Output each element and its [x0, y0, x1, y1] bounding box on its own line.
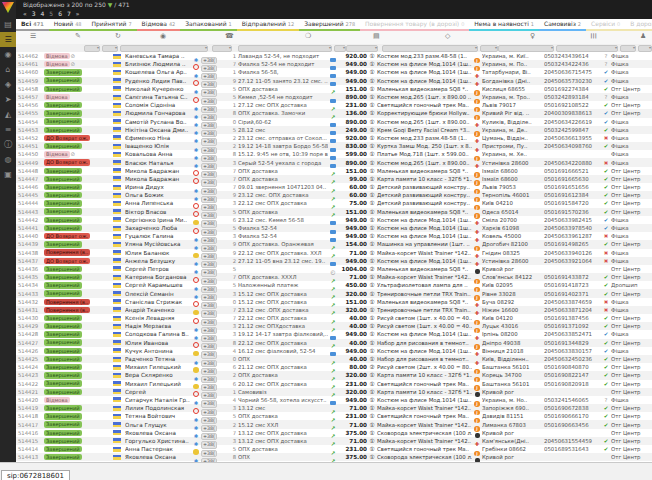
tab-Відмова[interactable]: Відмова 42	[137, 19, 181, 31]
tab-Відправлений[interactable]: Відправлений 12	[237, 19, 299, 31]
status-badge[interactable]: Завершений	[44, 438, 82, 444]
status-info-icon[interactable]: ⊘	[71, 151, 76, 157]
status-badge[interactable]: Завершений	[44, 143, 82, 149]
clients-people-icon[interactable]: ◉	[160, 32, 166, 40]
settings-sliders-icon[interactable]: ≡	[0, 122, 16, 137]
filter-dropdown-12[interactable]: ▾	[638, 45, 652, 52]
basket-icon[interactable]: ◇	[445, 32, 450, 40]
filter-dropdown-6[interactable]: ▾	[346, 45, 378, 52]
info-icon[interactable]: ⓘ	[0, 137, 16, 152]
app-logo-icon[interactable]	[2, 2, 14, 13]
filter-dropdown-10[interactable]: ▾	[556, 45, 618, 52]
tab-Нема в наявності[interactable]: Нема в наявності 1	[469, 19, 539, 31]
phone-icon[interactable]: ☎	[225, 32, 234, 40]
status-info-icon[interactable]: ⊘	[71, 53, 76, 59]
tab-Завершений[interactable]: Завершений 278	[299, 19, 360, 31]
status-badge[interactable]: Завершений	[44, 413, 82, 419]
status-badge[interactable]: ДО Возврат ож.	[44, 159, 90, 165]
status-badge[interactable]: ДО Возврат ож.	[44, 258, 90, 264]
status-badge[interactable]: Відмова	[44, 94, 70, 100]
status-badge[interactable]: Завершений	[44, 446, 82, 452]
status-badge[interactable]: Завершений	[44, 454, 82, 460]
status-badge[interactable]: Завершений	[44, 168, 82, 174]
order-row[interactable]: 514413ЗавершенийЯковлева Оксана✱+38(8ОПХ…	[16, 453, 652, 461]
status-badge[interactable]: Завершений	[44, 118, 82, 124]
tab-Самовивіз[interactable]: Самовивіз 2	[539, 19, 586, 31]
filter-dropdown-4[interactable]: ▾	[238, 45, 332, 52]
status-badge[interactable]: Повернення (в..	[44, 299, 90, 305]
tab-Всі[interactable]: Всі 471	[16, 19, 49, 31]
status-badge[interactable]: Завершений	[44, 217, 82, 223]
filter-dropdown-8[interactable]: ▾	[480, 45, 498, 52]
status-info-icon[interactable]: ⊘	[71, 61, 76, 67]
status-badge[interactable]: Повернення (в..	[44, 249, 90, 255]
pager-last-icon[interactable]: »	[76, 9, 80, 18]
status-badge[interactable]: Завершений	[44, 69, 82, 75]
status-badge[interactable]: Завершений	[44, 241, 82, 247]
filter-dropdown-9[interactable]: ▾	[498, 45, 554, 52]
dashboard-icon[interactable]: ▤	[0, 17, 16, 32]
status-badge[interactable]: Завершений	[44, 184, 82, 190]
location-pin-icon[interactable]: ♀	[530, 32, 535, 40]
video-icon[interactable]: ▣	[0, 167, 16, 182]
pager-page-6[interactable]: 6	[58, 9, 62, 18]
status-badge[interactable]: Завершений	[44, 208, 82, 214]
status-badge[interactable]: Повернення (в..	[44, 307, 90, 313]
chat-bubble-icon[interactable]: ❍	[305, 32, 311, 40]
status-badge[interactable]: Завершений	[44, 110, 82, 116]
status-badge[interactable]: Завершений	[44, 77, 82, 83]
tab-Повернення товару (в дорозі)[interactable]: Повернення товару (в дорозі) 0	[360, 19, 469, 31]
edit-pencil-icon[interactable]: ✎	[75, 32, 81, 40]
status-badge[interactable]: Завершений	[44, 192, 82, 198]
statistics-chart-icon[interactable]: ◭	[0, 107, 16, 122]
clients-icon[interactable]: ◉	[0, 47, 16, 62]
status-badge[interactable]: Завершений	[44, 430, 82, 436]
tab-Запакований[interactable]: Запакований 1	[180, 19, 236, 31]
orders-list-icon[interactable]: ☰	[0, 32, 16, 47]
status-badge[interactable]: Завершений	[44, 176, 82, 182]
filter-dropdown-3[interactable]: ▾	[212, 45, 232, 52]
status-badge[interactable]: Завершений	[44, 372, 82, 378]
tab-В дорозі додому[interactable]: В дорозі додому 0	[625, 19, 652, 31]
pager-page-7[interactable]: 7	[67, 9, 71, 18]
tab-Прийнятий[interactable]: Прийнятий 7	[87, 19, 137, 31]
status-badge[interactable]: ДО Возврат ож.	[44, 135, 90, 141]
pager-first-icon[interactable]: «	[23, 9, 27, 18]
status-badge[interactable]: Завершений	[44, 380, 82, 386]
filter-dropdown-0[interactable]: ▾	[84, 45, 100, 52]
status-badge[interactable]: Завершений	[44, 102, 82, 108]
status-list-icon[interactable]: ☰	[30, 32, 36, 40]
status-badge[interactable]: ДО Возврат ож.	[44, 233, 90, 239]
per-page-caret-icon[interactable]: ▼	[108, 1, 113, 8]
status-badge[interactable]: Завершений	[44, 348, 82, 354]
filter-dropdown-7[interactable]: ▾	[382, 45, 478, 52]
filter-dropdown-5[interactable]: ▾	[334, 45, 346, 52]
status-badge[interactable]: Завершений	[44, 389, 82, 395]
tab-Сервіси[interactable]: Сервіси 0	[586, 19, 625, 31]
status-badge[interactable]: Завершений	[44, 364, 82, 370]
status-badge[interactable]: Завершений	[44, 356, 82, 362]
pager-page-4[interactable]: 4	[41, 9, 45, 18]
status-badge[interactable]: Завершений	[44, 331, 82, 337]
status-badge[interactable]: Завершений	[44, 421, 82, 427]
status-badge[interactable]: Завершений	[44, 282, 82, 288]
sip-caller-id[interactable]: sip:0672818601	[1, 470, 70, 480]
marketing-megaphone-icon[interactable]: ➤	[0, 92, 16, 107]
status-badge[interactable]: Завершений	[44, 274, 82, 280]
status-badge[interactable]: Завершений	[44, 86, 82, 92]
status-badge[interactable]: Завершений	[44, 290, 82, 296]
refresh-icon[interactable]: ↻	[115, 32, 121, 40]
globe-icon[interactable]: ◍	[0, 152, 16, 167]
status-badge[interactable]: Завершений	[44, 127, 82, 133]
pager-page-5[interactable]: 5	[49, 9, 53, 18]
status-badge[interactable]: Завершений	[44, 315, 82, 321]
tab-Новий[interactable]: Новий 48	[49, 19, 87, 31]
pager-page-3[interactable]: 3	[32, 9, 36, 18]
money-icon[interactable]: ▤	[373, 32, 380, 40]
filter-dropdown-2[interactable]: ▾	[120, 45, 208, 52]
status-badge[interactable]: Відмова	[44, 151, 70, 157]
barcode-icon[interactable]: ☰	[589, 33, 597, 39]
status-badge[interactable]: Завершений	[44, 200, 82, 206]
manager-person-icon[interactable]: ♟	[640, 32, 646, 40]
status-badge[interactable]: Відмова	[44, 61, 70, 67]
